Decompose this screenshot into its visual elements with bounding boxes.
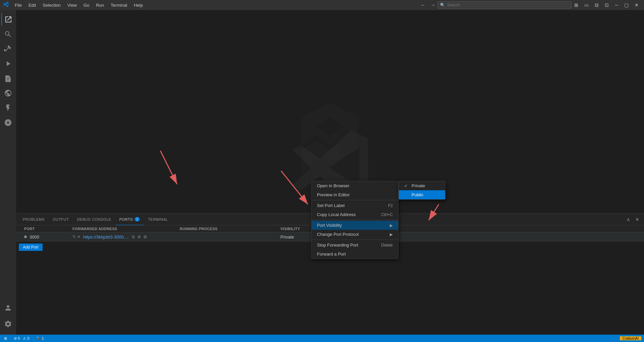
- context-menu-preview-editor[interactable]: Preview in Editor: [312, 190, 398, 199]
- layout-icon-3[interactable]: ⊟: [592, 1, 601, 9]
- context-menu-separator-2: [312, 220, 398, 220]
- activity-extensions-icon[interactable]: [1, 72, 15, 85]
- activity-search-icon[interactable]: [1, 27, 15, 41]
- menu-edit[interactable]: Edit: [25, 1, 39, 9]
- activity-lightning-icon[interactable]: [1, 101, 15, 115]
- tab-problems[interactable]: PROBLEMS: [19, 214, 49, 225]
- menu-help[interactable]: Help: [130, 1, 146, 9]
- tab-debug-console[interactable]: DEBUG CONSOLE: [73, 214, 115, 225]
- activity-remote-explorer-icon[interactable]: [1, 86, 15, 100]
- editor-area: PROBLEMS OUTPUT DEBUG CONSOLE PORTS 1 TE…: [16, 10, 644, 335]
- preview-editor-icon[interactable]: ⊞: [143, 234, 148, 240]
- search-container: 🔍: [437, 1, 572, 9]
- menu-terminal[interactable]: Terminal: [107, 1, 130, 9]
- main-container: PROBLEMS OUTPUT DEBUG CONSOLE PORTS 1 TE…: [0, 10, 644, 335]
- port-status-indicator: [24, 235, 27, 238]
- titlebar: File Edit Selection View Go Run Terminal…: [0, 0, 644, 10]
- status-codium-item[interactable]: CodiumAI: [620, 336, 641, 340]
- activity-run-debug-icon[interactable]: [1, 57, 15, 70]
- ports-count: 🔌 1: [36, 336, 44, 341]
- remote-icon: ⊞: [4, 336, 7, 341]
- menu-file[interactable]: File: [11, 1, 25, 9]
- vscode-logo-icon: [3, 1, 9, 9]
- context-menu-port-visibility[interactable]: Port Visibility ▶: [312, 221, 398, 230]
- port-cell: 3000: [19, 234, 72, 240]
- menu-go[interactable]: Go: [80, 1, 93, 9]
- remove-icon[interactable]: ✕: [77, 234, 80, 239]
- svg-line-1: [160, 151, 177, 184]
- activity-settings-icon[interactable]: [1, 317, 15, 331]
- panel-collapse-button[interactable]: ∧: [625, 215, 632, 223]
- forwarded-address-cell: ✎ ✕ https://3kbjzbt3-3000.... ⧉ ⊕ ⊞: [72, 234, 180, 240]
- close-button[interactable]: ✕: [632, 1, 641, 9]
- panel-actions: ∧ ✕: [625, 215, 641, 223]
- submenu-private-option[interactable]: ✓ Private: [399, 181, 445, 190]
- column-running-header: Running Process: [180, 227, 280, 231]
- tab-terminal[interactable]: TERMINAL: [144, 214, 172, 225]
- check-icon: ✓: [404, 184, 409, 188]
- column-port-header: Port: [19, 227, 72, 231]
- activity-bar-bottom: [1, 301, 15, 332]
- navigation-buttons: ← →: [419, 1, 437, 9]
- tab-ports[interactable]: PORTS 1: [115, 214, 144, 225]
- context-menu: Open in Browser Preview in Editor Set Po…: [311, 181, 398, 259]
- layout-icon-1[interactable]: ⊞: [572, 1, 581, 9]
- error-count: ⊘ 0 ⚠ 0: [14, 336, 30, 341]
- window-controls: ⊞ ▭ ⊟ ⊡ ─ ▢ ✕: [572, 1, 641, 9]
- status-remote-item[interactable]: ⊞: [3, 336, 8, 341]
- nav-back-button[interactable]: ←: [419, 1, 427, 9]
- activity-accounts-icon[interactable]: [1, 301, 15, 315]
- minimize-button[interactable]: ─: [612, 1, 621, 9]
- status-bar-left: ⊞ ⊘ 0 ⚠ 0 🔌 1: [3, 336, 45, 341]
- layout-icon-4[interactable]: ⊡: [602, 1, 611, 9]
- menu-view[interactable]: View: [64, 1, 80, 9]
- search-input[interactable]: [437, 1, 572, 9]
- add-port-button[interactable]: Add Port: [19, 244, 43, 251]
- nav-forward-button[interactable]: →: [429, 1, 437, 9]
- menu-run[interactable]: Run: [93, 1, 107, 9]
- status-bar: ⊞ ⊘ 0 ⚠ 0 🔌 1 CodiumAI: [0, 335, 644, 342]
- forwarded-address-link[interactable]: https://3kbjzbt3-3000....: [83, 234, 128, 240]
- panel-close-button[interactable]: ✕: [633, 215, 641, 223]
- context-menu-open-browser[interactable]: Open in Browser: [312, 181, 398, 190]
- context-menu-separator-3: [312, 240, 398, 240]
- forwarded-address-actions: ⧉ ⊕ ⊞: [131, 234, 148, 240]
- port-number: 3000: [30, 234, 39, 240]
- activity-bar: [0, 10, 16, 335]
- maximize-button[interactable]: ▢: [622, 1, 631, 9]
- port-visibility-submenu: ✓ Private Public: [398, 181, 445, 200]
- menu-bar: File Edit Selection View Go Run Terminal…: [11, 1, 416, 9]
- context-menu-change-protocol[interactable]: Change Port Protocol ▶: [312, 230, 398, 239]
- column-forwarded-header: Forwarded Address: [72, 227, 180, 231]
- context-menu-forward-port[interactable]: Forward a Port: [312, 250, 398, 259]
- codium-label: CodiumAI: [623, 336, 639, 340]
- activity-docker-icon[interactable]: [1, 116, 15, 129]
- activity-source-control-icon[interactable]: [1, 42, 15, 56]
- status-ports-item[interactable]: 🔌 1: [35, 336, 45, 341]
- submenu-public-option[interactable]: Public: [399, 190, 445, 199]
- submenu-arrow-icon-2: ▶: [390, 232, 393, 237]
- context-menu-separator-1: [312, 200, 398, 200]
- tab-output[interactable]: OUTPUT: [49, 214, 73, 225]
- context-menu-copy-address[interactable]: Copy Local Address Ctrl+C: [312, 210, 398, 219]
- status-bar-right: CodiumAI: [620, 336, 641, 340]
- edit-icon[interactable]: ✎: [72, 234, 76, 239]
- activity-explorer-icon[interactable]: [1, 13, 15, 26]
- layout-icon-2[interactable]: ▭: [582, 1, 591, 9]
- status-errors-item[interactable]: ⊘ 0 ⚠ 0: [12, 336, 31, 341]
- submenu-arrow-icon: ▶: [390, 223, 393, 228]
- menu-selection[interactable]: Selection: [39, 1, 64, 9]
- context-menu-stop-forwarding[interactable]: Stop Forwarding Port Delete: [312, 241, 398, 250]
- open-browser-icon[interactable]: ⊕: [137, 234, 142, 240]
- ports-badge: 1: [135, 217, 140, 221]
- context-menu-set-label[interactable]: Set Port Label F2: [312, 201, 398, 210]
- search-icon: 🔍: [440, 3, 445, 7]
- copy-address-icon[interactable]: ⧉: [131, 234, 136, 240]
